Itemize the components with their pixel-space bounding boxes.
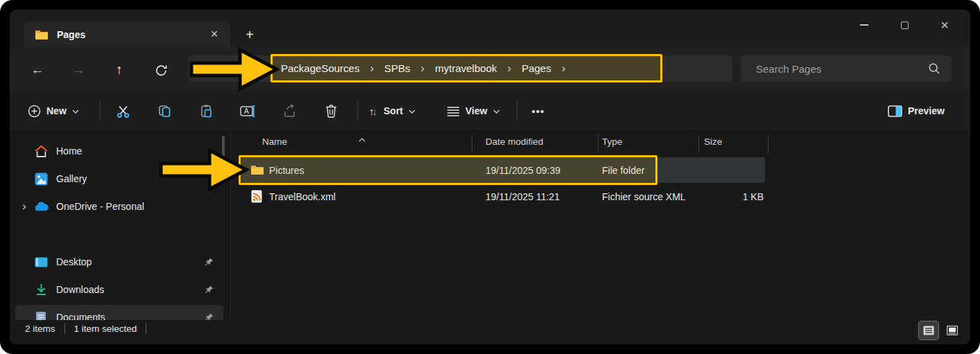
row-name: TravelBook.xml <box>269 191 336 202</box>
more-options-button[interactable]: ••• <box>524 97 552 125</box>
preview-button-label: Preview <box>908 105 945 116</box>
gallery-icon <box>33 172 49 186</box>
tab-close-icon[interactable]: × <box>205 26 223 44</box>
downloads-icon <box>33 283 49 296</box>
sort-button[interactable]: ↑↓ Sort <box>363 97 421 125</box>
preview-pane-icon <box>888 105 902 117</box>
details-view-toggle[interactable] <box>919 321 938 339</box>
sidebar-item-label: Downloads <box>56 284 205 295</box>
rename-icon: A <box>240 105 256 118</box>
paste-icon <box>199 104 214 118</box>
pin-icon <box>205 285 214 294</box>
pin-icon <box>205 258 214 267</box>
search-box <box>741 55 952 82</box>
view-button-label: View <box>465 105 488 116</box>
documents-icon <box>33 311 49 320</box>
sidebar-item-label: OneDrive - Personal <box>56 201 223 212</box>
breadcrumb-item[interactable]: PackageSources <box>281 62 359 74</box>
chevron-down-icon <box>72 109 79 114</box>
scissors-icon <box>116 104 130 118</box>
sidebar-item-label: Home <box>56 145 223 157</box>
desktop-icon <box>33 257 49 267</box>
thumbnail-view-toggle[interactable] <box>943 321 962 339</box>
plus-circle-icon <box>28 105 41 118</box>
row-date-modified: 19/11/2025 11:21 <box>485 191 560 202</box>
row-type: Fichier source XML <box>602 191 686 202</box>
copy-icon <box>157 104 172 118</box>
sidebar-item-label: Documents <box>56 312 205 320</box>
column-separator[interactable] <box>472 134 472 153</box>
folder-icon <box>35 29 49 40</box>
cut-button[interactable] <box>109 97 137 125</box>
chevron-right-icon: › <box>370 62 374 76</box>
chevron-down-icon <box>493 109 500 114</box>
delete-button[interactable] <box>317 97 345 125</box>
chevron-right-icon: › <box>421 62 425 76</box>
maximize-button[interactable] <box>888 14 920 36</box>
breadcrumb-item[interactable]: SPBs <box>384 62 411 74</box>
forward-button[interactable]: → <box>65 57 92 83</box>
view-button[interactable]: View <box>441 97 506 125</box>
sidebar-scrollbar[interactable] <box>222 136 225 169</box>
status-divider <box>65 323 65 334</box>
chevron-right-icon: › <box>562 62 566 76</box>
selected-count: 1 item selected <box>74 324 137 334</box>
expand-chevron-icon[interactable]: › <box>15 200 33 213</box>
new-button-label: New <box>46 105 67 116</box>
column-separator[interactable] <box>598 134 599 153</box>
status-summary: 2 items 1 item selected <box>25 323 146 334</box>
sidebar-item-home[interactable]: Home <box>15 139 223 163</box>
column-header-type[interactable]: Type <box>602 136 622 147</box>
xml-file-icon <box>251 190 262 203</box>
sort-ascending-caret-icon <box>359 132 366 145</box>
sidebar-divider <box>230 132 231 320</box>
column-header-size[interactable]: Size <box>704 136 722 147</box>
chevron-down-icon <box>409 109 415 114</box>
onedrive-cloud-icon <box>33 202 49 211</box>
home-icon <box>33 145 49 157</box>
paste-button[interactable] <box>192 97 220 125</box>
sidebar-item-onedrive[interactable]: › OneDrive - Personal <box>15 194 223 219</box>
column-header-date-modified[interactable]: Date modified <box>485 136 543 147</box>
preview-button[interactable]: Preview <box>882 97 950 125</box>
tab-strip: Pages × + × <box>10 10 970 47</box>
file-explorer-window: Pages × + × ← → ↑ PackageSources › SPBs … <box>10 10 970 344</box>
breadcrumb-item[interactable]: mytravelbook <box>435 62 497 74</box>
column-header-name[interactable]: Name <box>262 136 287 147</box>
tab-title: Pages <box>57 29 205 40</box>
up-button[interactable]: ↑ <box>105 57 133 83</box>
back-button[interactable]: ← <box>24 57 51 83</box>
svg-text:A: A <box>244 107 249 115</box>
sidebar-item-gallery[interactable]: Gallery <box>15 166 223 191</box>
pin-icon <box>205 313 214 321</box>
toolbar-separator <box>517 100 517 121</box>
maximize-icon <box>901 21 909 29</box>
column-separator[interactable] <box>768 134 768 153</box>
breadcrumb-highlight-box: PackageSources › SPBs › mytravelbook › P… <box>270 54 662 82</box>
minimize-button[interactable] <box>848 14 880 36</box>
close-button[interactable]: × <box>929 14 961 36</box>
rename-button[interactable]: A <box>234 97 261 125</box>
tab-pages[interactable]: Pages × <box>24 21 230 47</box>
thumbnail-view-icon <box>947 326 958 335</box>
copy-button[interactable] <box>151 97 178 125</box>
new-tab-button[interactable]: + <box>240 25 259 44</box>
sidebar-item-downloads[interactable]: Downloads <box>15 277 223 302</box>
toolbar-separator <box>357 100 358 121</box>
breadcrumb-item[interactable]: Pages <box>522 62 551 74</box>
sidebar-item-documents[interactable]: Documents <box>15 305 223 320</box>
refresh-icon <box>155 64 168 77</box>
share-button[interactable] <box>275 97 303 125</box>
search-input[interactable] <box>741 63 928 75</box>
sidebar-item-desktop[interactable]: Desktop <box>15 249 223 274</box>
minimize-icon <box>860 24 868 26</box>
refresh-button[interactable] <box>147 57 175 83</box>
toolbar-separator <box>100 100 101 121</box>
ellipsis-icon: ••• <box>532 105 545 117</box>
status-bar: 2 items 1 item selected <box>10 320 970 344</box>
new-button[interactable]: New <box>22 97 85 125</box>
column-separator[interactable] <box>698 134 699 153</box>
trash-icon <box>325 104 338 118</box>
search-icon <box>928 62 940 75</box>
view-list-icon <box>447 105 460 117</box>
